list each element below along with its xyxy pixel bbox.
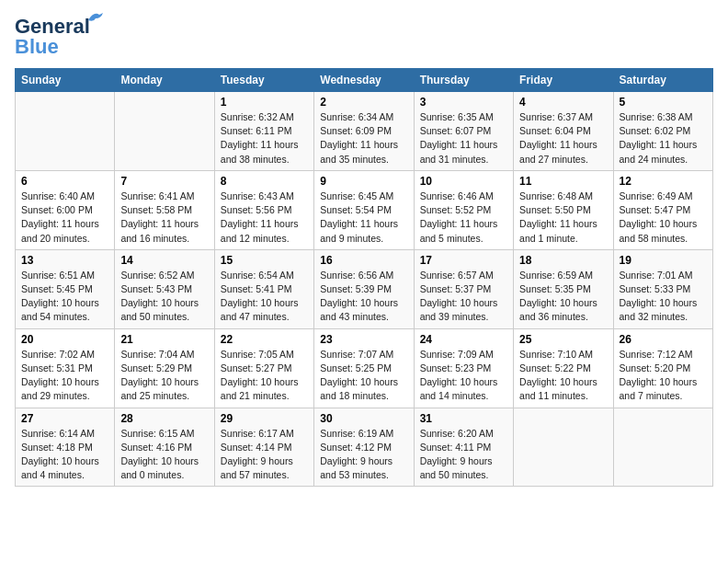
- page-header: General Blue: [15, 15, 713, 59]
- calendar-header: SundayMondayTuesdayWednesdayThursdayFrid…: [16, 69, 713, 92]
- day-info: Sunrise: 6:59 AM Sunset: 5:35 PM Dayligh…: [519, 269, 607, 325]
- calendar-cell: 22Sunrise: 7:05 AM Sunset: 5:27 PM Dayli…: [214, 328, 313, 408]
- day-number: 23: [320, 333, 407, 346]
- day-of-week-header: Sunday: [16, 69, 115, 92]
- day-number: 28: [120, 412, 208, 425]
- day-number: 5: [620, 96, 707, 109]
- calendar-cell: 4Sunrise: 6:37 AM Sunset: 6:04 PM Daylig…: [514, 92, 613, 171]
- calendar-week-row: 1Sunrise: 6:32 AM Sunset: 6:11 PM Daylig…: [16, 92, 713, 171]
- calendar-cell: 30Sunrise: 6:19 AM Sunset: 4:12 PM Dayli…: [314, 408, 414, 487]
- day-info: Sunrise: 6:56 AM Sunset: 5:39 PM Dayligh…: [320, 269, 407, 325]
- day-info: Sunrise: 6:57 AM Sunset: 5:37 PM Dayligh…: [420, 269, 507, 325]
- calendar-cell: 3Sunrise: 6:35 AM Sunset: 6:07 PM Daylig…: [414, 92, 513, 171]
- day-number: 1: [221, 96, 308, 109]
- calendar-cell: 17Sunrise: 6:57 AM Sunset: 5:37 PM Dayli…: [414, 249, 513, 328]
- calendar-week-row: 6Sunrise: 6:40 AM Sunset: 6:00 PM Daylig…: [16, 170, 713, 249]
- day-info: Sunrise: 7:07 AM Sunset: 5:25 PM Dayligh…: [320, 348, 407, 404]
- day-info: Sunrise: 7:09 AM Sunset: 5:23 PM Dayligh…: [420, 348, 507, 404]
- day-info: Sunrise: 6:43 AM Sunset: 5:56 PM Dayligh…: [221, 190, 308, 246]
- calendar-cell: 7Sunrise: 6:41 AM Sunset: 5:58 PM Daylig…: [115, 170, 214, 249]
- day-number: 6: [21, 175, 108, 188]
- calendar-cell: 14Sunrise: 6:52 AM Sunset: 5:43 PM Dayli…: [115, 249, 214, 328]
- day-info: Sunrise: 6:17 AM Sunset: 4:14 PM Dayligh…: [221, 427, 308, 483]
- calendar-cell: 11Sunrise: 6:48 AM Sunset: 5:50 PM Dayli…: [514, 170, 613, 249]
- day-number: 2: [320, 96, 407, 109]
- day-of-week-header: Tuesday: [214, 69, 313, 92]
- day-number: 14: [120, 254, 208, 267]
- day-info: Sunrise: 6:45 AM Sunset: 5:54 PM Dayligh…: [320, 190, 407, 246]
- calendar-cell: 18Sunrise: 6:59 AM Sunset: 5:35 PM Dayli…: [514, 249, 613, 328]
- calendar-cell: 2Sunrise: 6:34 AM Sunset: 6:09 PM Daylig…: [314, 92, 414, 171]
- calendar-cell: 15Sunrise: 6:54 AM Sunset: 5:41 PM Dayli…: [214, 249, 313, 328]
- day-info: Sunrise: 6:52 AM Sunset: 5:43 PM Dayligh…: [120, 269, 208, 325]
- calendar-cell: 20Sunrise: 7:02 AM Sunset: 5:31 PM Dayli…: [16, 328, 115, 408]
- calendar-cell: 6Sunrise: 6:40 AM Sunset: 6:00 PM Daylig…: [16, 170, 115, 249]
- day-of-week-header: Saturday: [613, 69, 712, 92]
- day-number: 13: [21, 254, 108, 267]
- day-number: 25: [519, 333, 607, 346]
- calendar-cell: 31Sunrise: 6:20 AM Sunset: 4:11 PM Dayli…: [414, 408, 513, 487]
- logo-general: General: [15, 15, 90, 38]
- calendar-cell: [514, 408, 613, 487]
- day-number: 15: [221, 254, 308, 267]
- day-info: Sunrise: 6:20 AM Sunset: 4:11 PM Dayligh…: [420, 427, 507, 483]
- calendar-table: SundayMondayTuesdayWednesdayThursdayFrid…: [15, 68, 713, 487]
- calendar-cell: 8Sunrise: 6:43 AM Sunset: 5:56 PM Daylig…: [214, 170, 313, 249]
- day-info: Sunrise: 6:37 AM Sunset: 6:04 PM Dayligh…: [519, 110, 607, 167]
- calendar-cell: 10Sunrise: 6:46 AM Sunset: 5:52 PM Dayli…: [414, 170, 513, 249]
- calendar-cell: [613, 408, 712, 487]
- calendar-cell: 25Sunrise: 7:10 AM Sunset: 5:22 PM Dayli…: [514, 328, 613, 408]
- calendar-cell: [16, 92, 115, 171]
- day-number: 20: [21, 333, 108, 346]
- day-number: 24: [420, 333, 507, 346]
- day-of-week-header: Thursday: [414, 69, 513, 92]
- calendar-cell: 21Sunrise: 7:04 AM Sunset: 5:29 PM Dayli…: [115, 328, 214, 408]
- day-number: 16: [320, 254, 407, 267]
- calendar-cell: 13Sunrise: 6:51 AM Sunset: 5:45 PM Dayli…: [16, 249, 115, 328]
- calendar-cell: 9Sunrise: 6:45 AM Sunset: 5:54 PM Daylig…: [314, 170, 414, 249]
- days-header-row: SundayMondayTuesdayWednesdayThursdayFrid…: [16, 69, 713, 92]
- calendar-week-row: 20Sunrise: 7:02 AM Sunset: 5:31 PM Dayli…: [16, 328, 713, 408]
- day-number: 31: [420, 412, 507, 425]
- day-info: Sunrise: 6:35 AM Sunset: 6:07 PM Dayligh…: [420, 110, 507, 167]
- day-info: Sunrise: 7:01 AM Sunset: 5:33 PM Dayligh…: [620, 269, 707, 325]
- day-of-week-header: Wednesday: [314, 69, 414, 92]
- day-number: 8: [221, 175, 308, 188]
- day-number: 11: [519, 175, 607, 188]
- day-info: Sunrise: 6:46 AM Sunset: 5:52 PM Dayligh…: [420, 190, 507, 246]
- day-info: Sunrise: 6:48 AM Sunset: 5:50 PM Dayligh…: [519, 190, 607, 246]
- calendar-week-row: 13Sunrise: 6:51 AM Sunset: 5:45 PM Dayli…: [16, 249, 713, 328]
- calendar-cell: 12Sunrise: 6:49 AM Sunset: 5:47 PM Dayli…: [613, 170, 712, 249]
- calendar-cell: 5Sunrise: 6:38 AM Sunset: 6:02 PM Daylig…: [613, 92, 712, 171]
- day-info: Sunrise: 7:05 AM Sunset: 5:27 PM Dayligh…: [221, 348, 308, 404]
- day-info: Sunrise: 6:15 AM Sunset: 4:16 PM Dayligh…: [120, 427, 208, 483]
- day-number: 19: [620, 254, 707, 267]
- logo-bird-icon: [86, 9, 107, 26]
- day-info: Sunrise: 6:41 AM Sunset: 5:58 PM Dayligh…: [120, 190, 208, 246]
- day-number: 10: [420, 175, 507, 188]
- day-number: 4: [519, 96, 607, 109]
- calendar-cell: 1Sunrise: 6:32 AM Sunset: 6:11 PM Daylig…: [214, 92, 313, 171]
- calendar-cell: 23Sunrise: 7:07 AM Sunset: 5:25 PM Dayli…: [314, 328, 414, 408]
- day-number: 9: [320, 175, 407, 188]
- calendar-cell: 29Sunrise: 6:17 AM Sunset: 4:14 PM Dayli…: [214, 408, 313, 487]
- day-of-week-header: Monday: [115, 69, 214, 92]
- day-number: 21: [120, 333, 208, 346]
- calendar-week-row: 27Sunrise: 6:14 AM Sunset: 4:18 PM Dayli…: [16, 408, 713, 487]
- day-info: Sunrise: 6:40 AM Sunset: 6:00 PM Dayligh…: [21, 190, 108, 246]
- logo: General Blue: [15, 15, 90, 59]
- day-info: Sunrise: 6:54 AM Sunset: 5:41 PM Dayligh…: [221, 269, 308, 325]
- calendar-cell: 27Sunrise: 6:14 AM Sunset: 4:18 PM Dayli…: [16, 408, 115, 487]
- day-number: 22: [221, 333, 308, 346]
- day-info: Sunrise: 7:10 AM Sunset: 5:22 PM Dayligh…: [519, 348, 607, 404]
- day-number: 17: [420, 254, 507, 267]
- day-number: 3: [420, 96, 507, 109]
- day-number: 30: [320, 412, 407, 425]
- day-info: Sunrise: 6:34 AM Sunset: 6:09 PM Dayligh…: [320, 110, 407, 167]
- day-number: 12: [620, 175, 707, 188]
- calendar-cell: [115, 92, 214, 171]
- day-info: Sunrise: 6:38 AM Sunset: 6:02 PM Dayligh…: [620, 110, 707, 167]
- day-number: 18: [519, 254, 607, 267]
- day-info: Sunrise: 6:19 AM Sunset: 4:12 PM Dayligh…: [320, 427, 407, 483]
- day-info: Sunrise: 7:02 AM Sunset: 5:31 PM Dayligh…: [21, 348, 108, 404]
